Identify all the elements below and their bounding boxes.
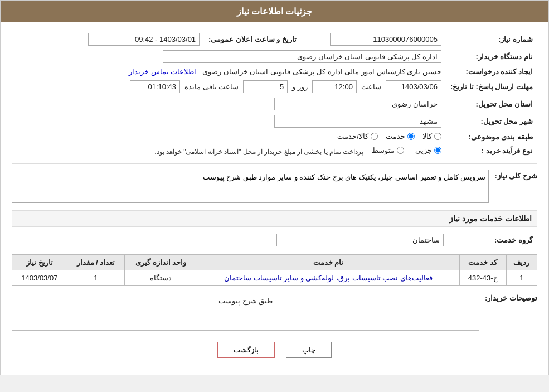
general-desc-textarea[interactable]	[12, 170, 489, 203]
remaining-value: 01:10:43	[130, 80, 180, 93]
need-number-value: 1103000076000005	[330, 33, 441, 46]
remaining-label: ساعت باقی مانده	[184, 83, 239, 91]
requester-value: حسین یاری کارشناس امور مالی اداره کل پزش…	[202, 67, 441, 76]
purchase-type-option-2[interactable]: متوسط	[372, 146, 404, 154]
need-number-label: شماره نیاز:	[446, 31, 537, 48]
cell-unit: دستگاه	[125, 270, 197, 286]
category-option-3[interactable]: کالا/خدمت	[337, 132, 378, 141]
category-option-1-label: کالا	[422, 132, 432, 141]
col-unit: واحد اندازه گیری	[125, 255, 197, 270]
service-group-label: گروه خدمت:	[448, 231, 537, 249]
send-date-label: مهلت ارسال پاسخ: تا تاریخ:	[446, 78, 537, 95]
category-radio-1[interactable]	[434, 133, 441, 140]
category-option-2-label: خدمت	[386, 132, 405, 141]
purchase-type-option-1[interactable]: جزیی	[415, 146, 441, 154]
page-title: جزئیات اطلاعات نیاز	[1, 1, 548, 22]
category-radio-2[interactable]	[407, 133, 415, 140]
send-date-value: 1403/03/06	[386, 80, 441, 93]
col-code: کد خدمت	[459, 255, 506, 270]
announcement-value: 1403/03/01 - 09:42	[88, 33, 200, 46]
purchase-type-label: نوع فرآیند خرید :	[446, 144, 537, 158]
purchase-type-option-2-label: متوسط	[372, 146, 395, 154]
send-time-value: 12:00	[312, 80, 357, 93]
send-day-value: 5	[243, 80, 288, 93]
cell-code: ج-43-432	[459, 270, 506, 286]
send-day-label: روز و	[292, 83, 308, 91]
general-desc-label: شرح کلی نیاز:	[494, 172, 537, 180]
city-label: شهر محل تحویل:	[446, 113, 537, 130]
buyer-org-value: اداره کل پزشکی قانونی استان خراسان رضوی	[163, 50, 441, 63]
send-time-label: ساعت	[361, 83, 381, 91]
col-name: نام خدمت	[197, 255, 459, 270]
category-label: طبقه بندی موضوعی:	[446, 130, 537, 144]
col-row: ردیف	[506, 255, 537, 270]
category-radio-3[interactable]	[371, 133, 378, 140]
province-label: استان محل تحویل:	[446, 95, 537, 113]
cell-date: 1403/03/07	[12, 270, 67, 286]
buyer-desc-label: توصیحات خریدار:	[485, 294, 537, 302]
service-group-value: ساختمان	[276, 234, 444, 246]
cell-quantity: 1	[67, 270, 124, 286]
print-button[interactable]: چاپ	[286, 342, 332, 358]
province-value: خراسان رضوی	[274, 98, 441, 110]
purchase-type-radio-1[interactable]	[434, 147, 441, 154]
cell-row: 1	[506, 270, 537, 286]
buyer-org-label: نام دستگاه خریدار:	[446, 48, 537, 65]
services-section-header: اطلاعات خدمات مورد نیاز	[12, 210, 537, 227]
back-button[interactable]: بازگشت	[217, 342, 275, 358]
buyer-desc-box: طبق شرح پیوست	[12, 292, 479, 331]
city-value: مشهد	[274, 115, 441, 128]
table-row: 1 ج-43-432 فعالیت‌های نصب تاسیسات برق، ل…	[12, 270, 537, 286]
purchase-type-radio-2[interactable]	[397, 147, 404, 154]
cell-name: فعالیت‌های نصب تاسیسات برق، لوله‌کشی و س…	[197, 270, 459, 286]
requester-contact-link[interactable]: اطلاعات تماس خریدار	[129, 67, 196, 76]
category-option-1[interactable]: کالا	[422, 132, 441, 141]
col-date: تاریخ نیاز	[12, 255, 67, 270]
purchase-type-note: پرداخت تمام یا بخشی از مبلغ خریدار از مح…	[154, 148, 363, 156]
services-table: ردیف کد خدمت نام خدمت واحد اندازه گیری ت…	[12, 254, 537, 286]
purchase-type-option-1-label: جزیی	[415, 146, 432, 154]
category-option-3-label: کالا/خدمت	[337, 132, 368, 141]
requester-label: ایجاد کننده درخواست:	[446, 65, 537, 78]
announcement-label: تاریخ و ساعت اعلان عمومی:	[204, 31, 301, 48]
category-option-2[interactable]: خدمت	[386, 132, 415, 141]
col-quantity: تعداد / مقدار	[67, 255, 124, 270]
attachment-note: طبق شرح پیوست	[17, 297, 474, 305]
